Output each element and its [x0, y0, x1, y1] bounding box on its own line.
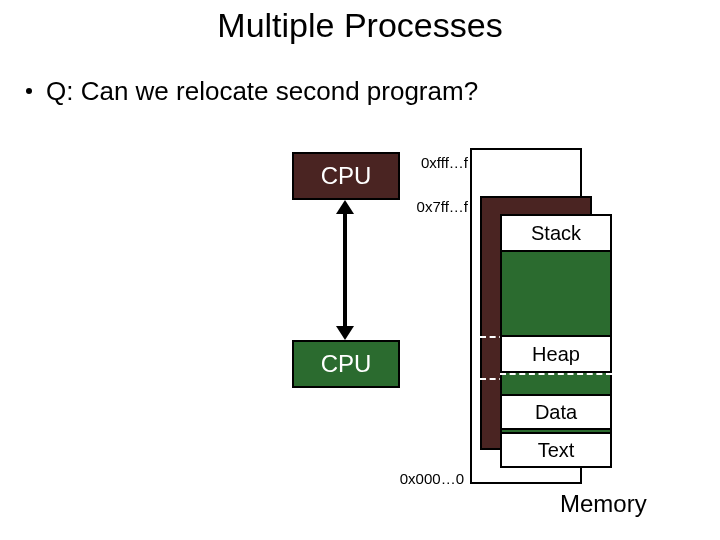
segment-data: Data [500, 394, 612, 430]
memory-label: Memory [560, 490, 647, 518]
slide-title: Multiple Processes [0, 6, 720, 45]
segment-heap: Heap [500, 335, 612, 373]
address-bottom: 0x000…0 [398, 470, 464, 487]
cpu-box-1: CPU [292, 152, 400, 200]
cpu-box-2: CPU [292, 340, 400, 388]
cpu-connection-line [343, 208, 347, 332]
process-2-divider [500, 373, 612, 375]
question-text: Q: Can we relocate second program? [46, 76, 478, 106]
address-mid: 0x7ff…f [416, 198, 468, 215]
bullet-icon [26, 88, 32, 94]
segment-stack: Stack [500, 214, 612, 252]
segment-text: Text [500, 432, 612, 468]
arrow-down-icon [336, 326, 354, 340]
slide-question: Q: Can we relocate second program? [24, 76, 478, 107]
arrow-up-icon [336, 200, 354, 214]
address-top: 0xfff…f [416, 154, 468, 171]
